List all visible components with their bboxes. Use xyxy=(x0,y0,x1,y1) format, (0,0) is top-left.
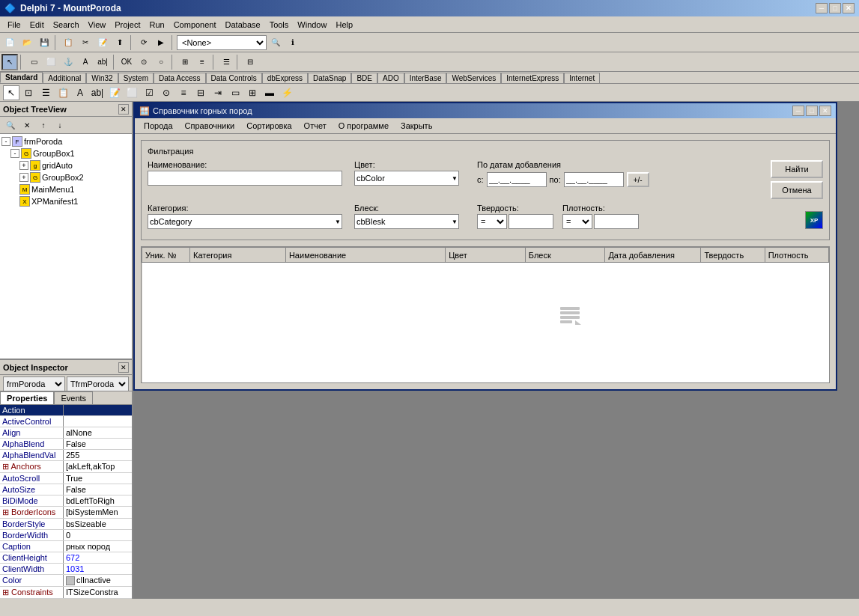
expand-gridauto[interactable]: + xyxy=(19,161,28,170)
palette-radiogroup[interactable]: ⊞ xyxy=(244,85,261,100)
menu-database[interactable]: Database xyxy=(221,19,265,31)
palette-tab-dbexpress[interactable]: dbExpress xyxy=(262,73,308,83)
prop-val-alphablendval[interactable]: 255 xyxy=(64,450,132,460)
table-row[interactable] xyxy=(142,263,829,382)
category-combo[interactable]: cbCategory xyxy=(148,214,342,229)
cancel-button[interactable]: Отмена xyxy=(771,181,823,199)
prop-row-clientwidth[interactable]: ClientWidth 1031 xyxy=(0,564,132,575)
treeview-close[interactable]: ✕ xyxy=(118,104,129,115)
find-button[interactable]: Найти xyxy=(771,160,823,178)
prop-row-bordericons[interactable]: ⊞ BorderIcons [biSystemMen xyxy=(0,507,132,519)
circle-tool[interactable]: ○ xyxy=(153,54,169,70)
tree-item-gridauto[interactable]: + g gridAuto xyxy=(1,159,130,171)
prop-row-autosize[interactable]: AutoSize False xyxy=(0,484,132,495)
palette-scrollbar[interactable]: ⇥ xyxy=(210,85,226,100)
tree-item-groupbox1[interactable]: - G GroupBox1 xyxy=(1,147,130,159)
menu-project[interactable]: Project xyxy=(110,19,145,31)
prop-val-align[interactable]: alNone xyxy=(64,427,132,438)
prop-val-constraints[interactable]: ITSizeConstra xyxy=(64,587,132,598)
prop-val-autoscroll[interactable]: True xyxy=(64,473,132,484)
dialog-menu-sortirovka[interactable]: Сортировка xyxy=(240,120,297,132)
tb-btn-5[interactable]: ⬆ xyxy=(112,34,128,51)
palette-listbox[interactable]: ≡ xyxy=(175,85,192,100)
treeview-btn1[interactable]: 🔍 xyxy=(3,118,18,132)
treeview-btn-up[interactable]: ↑ xyxy=(36,118,51,132)
tb-search[interactable]: 🔍 xyxy=(267,34,284,51)
palette-tab-win32[interactable]: Win32 xyxy=(86,73,118,83)
tab-properties[interactable]: Properties xyxy=(0,391,54,404)
open-button[interactable]: 📂 xyxy=(19,34,35,51)
prop-row-borderwidth[interactable]: BorderWidth 0 xyxy=(0,530,132,541)
palette-frames[interactable]: ⊡ xyxy=(20,85,37,100)
expand-frmporoda[interactable]: - xyxy=(1,137,10,146)
prop-row-activecontrol[interactable]: ActiveControl xyxy=(0,416,132,427)
prop-val-color[interactable]: clInactive xyxy=(64,575,132,586)
palette-tab-dataaccess[interactable]: Data Access xyxy=(154,73,206,83)
density-op-combo[interactable]: = < > xyxy=(562,214,592,229)
prop-val-autosize[interactable]: False xyxy=(64,484,132,495)
new-button[interactable]: 📄 xyxy=(1,34,18,51)
palette-tab-ado[interactable]: ADO xyxy=(377,73,404,83)
menu-search[interactable]: Search xyxy=(49,19,84,31)
prop-val-activecontrol[interactable] xyxy=(64,416,132,427)
prop-val-borderstyle[interactable]: bsSizeable xyxy=(64,519,132,529)
prop-row-color[interactable]: Color clInactive xyxy=(0,575,132,587)
prop-row-alphablend[interactable]: AlphaBlend False xyxy=(0,439,132,450)
frame-tool[interactable]: ▭ xyxy=(25,54,42,70)
menu-help[interactable]: Help xyxy=(331,19,357,31)
prop-val-bordericons[interactable]: [biSystemMen xyxy=(64,507,132,518)
dialog-menu-poroda[interactable]: Порода xyxy=(138,120,179,132)
palette-radio[interactable]: ⊙ xyxy=(158,85,174,100)
grid-tool[interactable]: ⊞ xyxy=(177,54,193,70)
palette-popupmenu[interactable]: 📋 xyxy=(55,85,71,100)
treeview-btn2[interactable]: ✕ xyxy=(19,118,34,132)
palette-tab-internet[interactable]: Internet xyxy=(564,73,600,83)
palette-tab-additional[interactable]: Additional xyxy=(43,73,86,83)
prop-val-bidimode[interactable]: bdLeftToRigh xyxy=(64,495,132,506)
prop-row-anchors[interactable]: ⊞ Anchors [akLeft,akTop xyxy=(0,461,132,473)
inspector-close[interactable]: ✕ xyxy=(118,362,129,373)
tree-item-mainmenu1[interactable]: M MainMenu1 xyxy=(1,183,130,195)
tree-item-groupbox2[interactable]: + G GroupBox2 xyxy=(1,171,130,183)
prop-row-align[interactable]: Align alNone xyxy=(0,427,132,439)
palette-pointer[interactable]: ↖ xyxy=(3,85,19,100)
prop-row-bidimode[interactable]: BiDiMode bdLeftToRigh xyxy=(0,495,132,507)
close-button[interactable]: ✕ xyxy=(843,3,855,13)
prop-val-anchors[interactable]: [akLeft,akTop xyxy=(64,461,132,472)
misc-tool[interactable]: ⊟ xyxy=(242,54,258,70)
prop-val-clientwidth[interactable]: 1031 xyxy=(64,564,132,574)
prop-row-clientheight[interactable]: ClientHeight 672 xyxy=(0,552,132,564)
color-combo[interactable]: cbColor xyxy=(354,171,459,186)
dialog-menu-close[interactable]: Закрыть xyxy=(395,120,438,132)
palette-tab-datasnap[interactable]: DataSnap xyxy=(308,73,351,83)
tb-btn-7[interactable]: ▶ xyxy=(153,34,169,51)
prop-val-caption[interactable]: рных пород xyxy=(64,541,132,552)
tree-item-frmporoda[interactable]: - F frmPoroda xyxy=(1,135,130,147)
anchor-tool[interactable]: ⚓ xyxy=(60,54,76,70)
dialog-menu-otchet[interactable]: Отчет xyxy=(298,120,333,132)
prop-val-clientheight[interactable]: 672 xyxy=(64,552,132,563)
menu-view[interactable]: View xyxy=(84,19,111,31)
minimize-button[interactable]: ─ xyxy=(816,3,828,13)
tb-info[interactable]: ℹ xyxy=(285,34,301,51)
date-toggle-btn[interactable]: +/- xyxy=(627,172,649,187)
menu-window[interactable]: Window xyxy=(293,19,331,31)
dialog-close[interactable]: ✕ xyxy=(819,106,831,116)
prop-row-caption[interactable]: Caption рных пород xyxy=(0,541,132,552)
palette-panel[interactable]: ▬ xyxy=(261,85,278,100)
tb-btn-6[interactable]: ⟳ xyxy=(136,34,152,51)
menu-tools[interactable]: Tools xyxy=(265,19,294,31)
treeview-btn-down[interactable]: ↓ xyxy=(52,118,67,132)
expand-groupbox1[interactable]: - xyxy=(10,149,19,158)
palette-tab-interbase[interactable]: InterBase xyxy=(404,73,447,83)
pointer-tool[interactable]: ↖ xyxy=(1,54,18,70)
hardness-input[interactable] xyxy=(509,214,553,229)
palette-tab-bde[interactable]: BDE xyxy=(351,73,377,83)
palette-actionlist[interactable]: ⚡ xyxy=(279,85,295,100)
list-tool[interactable]: ☰ xyxy=(218,54,234,70)
align-tool[interactable]: ≡ xyxy=(194,54,210,70)
dialog-minimize[interactable]: ─ xyxy=(792,106,804,116)
prop-row-borderstyle[interactable]: BorderStyle bsSizeable xyxy=(0,519,132,530)
tb-btn-2[interactable]: 📋 xyxy=(60,34,76,51)
expand-groupbox2[interactable]: + xyxy=(19,173,28,182)
